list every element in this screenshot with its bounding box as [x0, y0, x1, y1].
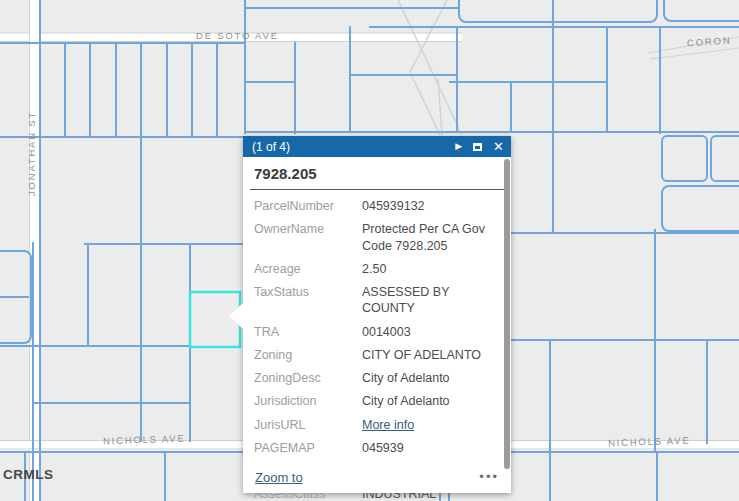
attribute-row: ZoningCITY OF ADELANTO: [254, 347, 491, 363]
attribute-row: Acreage2.50: [254, 261, 491, 277]
attribute-label: Jurisdiction: [254, 393, 362, 409]
attribute-value: 2.50: [362, 261, 491, 277]
attribute-value: ASSESSED BY COUNTY: [362, 284, 491, 317]
attribute-value: City of Adelanto: [362, 393, 491, 409]
popup-paging-label: (1 of 4): [252, 140, 455, 154]
attribute-label: ZoningDesc: [254, 370, 362, 386]
close-icon[interactable]: ✕: [493, 140, 504, 153]
next-feature-icon[interactable]: ▶: [455, 142, 462, 151]
popup-title: 7928.205: [243, 157, 511, 189]
attribute-row: JurisdictionCity of Adelanto: [254, 393, 491, 409]
attribute-row: TaxStatusASSESSED BY COUNTY: [254, 284, 491, 317]
attribute-row: PAGEMAP045939: [254, 440, 491, 456]
attribute-row: ParcelNumber045939132: [254, 198, 491, 214]
attribute-label: Zoning: [254, 347, 362, 363]
attribute-label: TaxStatus: [254, 284, 362, 317]
street-label-jonathan-st: JONATHAN ST: [26, 111, 37, 196]
attribute-table: ParcelNumber045939132OwnerNameProtected …: [243, 198, 511, 501]
popup-divider: [250, 189, 504, 190]
attribute-value: 045939132: [362, 198, 491, 214]
attribute-label: TRA: [254, 324, 362, 340]
popup-footer: Zoom to •••: [243, 461, 511, 493]
maximize-icon[interactable]: [473, 143, 482, 151]
map-viewport[interactable]: DE SOTO AVE CORON JONATHAN ST NICHOLS AV…: [0, 0, 739, 501]
attribute-label: Acreage: [254, 261, 362, 277]
zoom-to-link[interactable]: Zoom to: [255, 470, 303, 485]
attribute-value: Protected Per CA Gov Code 7928.205: [362, 221, 491, 254]
attribute-value: 0014003: [362, 324, 491, 340]
attribute-label: PAGEMAP: [254, 440, 362, 456]
crmls-watermark: CRMLS: [3, 467, 54, 482]
attribute-value: CITY OF ADELANTO: [362, 347, 491, 363]
attribute-row: OwnerNameProtected Per CA Gov Code 7928.…: [254, 221, 491, 254]
attribute-value: 045939: [362, 440, 491, 456]
parcel-info-popup: (1 of 4) ▶ ✕ 7928.205 ParcelNumber045939…: [243, 136, 511, 493]
attribute-label: OwnerName: [254, 221, 362, 254]
popup-pointer: [229, 303, 243, 329]
popup-titlebar: (1 of 4) ▶ ✕: [243, 136, 511, 157]
attribute-value: City of Adelanto: [362, 370, 491, 386]
attribute-label: JurisURL: [254, 417, 362, 433]
more-info-link[interactable]: More info: [362, 417, 491, 433]
popup-scrollbar[interactable]: [504, 159, 510, 469]
attribute-row: TRA0014003: [254, 324, 491, 340]
street-label-de-soto-ave: DE SOTO AVE: [196, 30, 279, 41]
attribute-row: JurisURLMore info: [254, 417, 491, 433]
attribute-row: ZoningDescCity of Adelanto: [254, 370, 491, 386]
attribute-label: ParcelNumber: [254, 198, 362, 214]
